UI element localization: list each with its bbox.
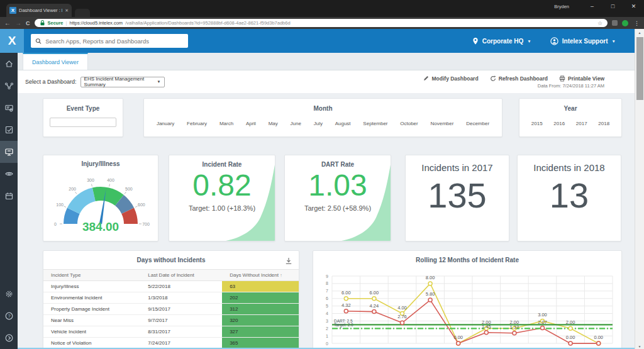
month-option[interactable]: May: [269, 121, 278, 126]
incidents-2017-title: Incidents in 2017: [406, 162, 509, 173]
location-menu[interactable]: Corporate HQ ▼: [472, 37, 531, 45]
table-row[interactable]: Environmental Incident1/3/2018202: [43, 292, 299, 304]
month-option[interactable]: August: [335, 121, 351, 126]
svg-text:6.00: 6.00: [341, 290, 351, 296]
dashboard-select[interactable]: EHS Incident Management Summary ▼: [80, 77, 165, 87]
table-row[interactable]: Property Damage Incident9/15/2017312: [43, 304, 299, 315]
back-icon[interactable]: ←: [4, 20, 11, 26]
month-option[interactable]: November: [431, 121, 454, 126]
support-menu[interactable]: Intelex Support ▼: [550, 37, 616, 45]
dashboard-monitor-icon: [4, 147, 14, 157]
days-without-incidents-title: Days without Incidents: [43, 257, 299, 263]
month-option[interactable]: March: [219, 121, 233, 126]
sidebar-item-watch[interactable]: [0, 163, 18, 185]
download-button[interactable]: [285, 256, 292, 267]
chart-title: Rolling 12 Months of Incident Rate: [319, 257, 615, 263]
col-last-date[interactable]: Last Date of Incident: [140, 270, 222, 281]
year-option[interactable]: 2018: [598, 121, 609, 126]
month-option[interactable]: September: [363, 121, 387, 126]
col-incident-type[interactable]: Incident Type: [43, 270, 140, 281]
location-pin-icon: [472, 37, 479, 45]
extension-icon[interactable]: [612, 20, 618, 26]
page-scrollbar[interactable]: ▲ ▼: [635, 29, 644, 349]
browser-profile-name[interactable]: Bryden: [554, 4, 569, 9]
year-option[interactable]: 2015: [531, 121, 543, 126]
sidebar-item-share[interactable]: [0, 75, 18, 97]
scrollbar-thumb[interactable]: [636, 37, 643, 100]
sidebar-item-calendar[interactable]: [0, 185, 18, 207]
chevron-down-icon: ▼: [527, 39, 531, 43]
incidents-2018-card: Incidents in 2018 13: [517, 155, 621, 241]
sidebar-item-reports[interactable]: [0, 97, 18, 119]
svg-text:9: 9: [326, 274, 328, 279]
new-tab-button[interactable]: [75, 9, 90, 17]
scrollbar-down-icon[interactable]: ▼: [635, 345, 644, 348]
tab-dashboard-viewer[interactable]: Dashboard Viewer: [23, 53, 88, 70]
incident-rate-card: Incident Rate 0.82 Target: 1.00 (+18.3%): [169, 155, 275, 241]
svg-text:4.00: 4.00: [397, 305, 407, 311]
search-box[interactable]: [31, 34, 188, 48]
rolling-12-months-card: Rolling 12 Months of Incident Rate 01234…: [313, 250, 622, 349]
svg-text:4.32: 4.32: [341, 302, 351, 308]
sidebar-item-dashboards[interactable]: [0, 141, 18, 163]
browser-tab[interactable]: X Dashboard Viewer : Dash ✕: [6, 4, 72, 17]
last-date-cell: 9/15/2017: [140, 304, 222, 315]
svg-text:1.37: 1.37: [510, 324, 519, 330]
gear-icon: [4, 289, 14, 299]
dashboard-canvas: Event Type Month JanuaryFebruaryMarchApr…: [18, 93, 635, 349]
forward-icon[interactable]: →: [15, 20, 21, 26]
sidebar-item-home[interactable]: [0, 53, 18, 75]
month-option[interactable]: June: [291, 121, 301, 126]
svg-text:400: 400: [107, 178, 114, 182]
year-filter-card: Year 2015201620172018: [519, 98, 622, 137]
svg-text:2: 2: [326, 326, 328, 331]
svg-text:0.00: 0.00: [453, 335, 463, 340]
month-option[interactable]: December: [466, 121, 489, 126]
reload-icon[interactable]: C: [26, 20, 30, 26]
sidebar-item-settings[interactable]: [0, 283, 18, 305]
month-option[interactable]: October: [400, 121, 418, 126]
svg-text:4: 4: [326, 311, 328, 316]
minimize-button[interactable]: –: [582, 0, 602, 13]
sidebar-item-collapse[interactable]: [0, 327, 18, 349]
browser-menu-icon[interactable]: ⋮: [634, 20, 640, 26]
year-option[interactable]: 2017: [576, 121, 587, 126]
col-days-without[interactable]: Days Without Incident ↑: [222, 270, 299, 281]
user-icon: [550, 37, 558, 45]
tab-close-icon[interactable]: ✕: [65, 8, 69, 13]
year-option[interactable]: 2016: [553, 121, 565, 126]
calendar-icon: [4, 191, 14, 201]
event-type-filter-card: Event Type: [43, 98, 123, 137]
eye-icon: [4, 169, 14, 179]
browser-toolbar: ← → C Secure | https://cloud5.intelex.co…: [0, 17, 644, 29]
url-bar[interactable]: Secure | https://cloud5.intelex.com /val…: [35, 19, 608, 27]
maximize-button[interactable]: □: [602, 0, 623, 13]
printable-view-button[interactable]: Printable View: [559, 75, 604, 82]
sidebar-item-help[interactable]: ?: [0, 305, 18, 327]
svg-text:0: 0: [54, 222, 57, 226]
table-row[interactable]: Vehicle Incident8/31/2017327: [43, 326, 299, 338]
incident-type-cell: Vehicle Incident: [43, 326, 140, 338]
table-row[interactable]: Notice of Violation7/24/2017365: [43, 338, 299, 349]
refresh-dashboard-button[interactable]: Refresh Dashboard: [490, 75, 548, 82]
scrollbar-up-icon[interactable]: ▲: [635, 29, 644, 36]
intelex-logo[interactable]: X: [0, 29, 24, 53]
bookmark-star-icon[interactable]: ☆: [597, 20, 602, 26]
table-row[interactable]: Near Miss9/7/2017320: [43, 315, 299, 326]
svg-text:200: 200: [69, 187, 76, 191]
close-button[interactable]: ✕: [623, 0, 644, 13]
sidebar-item-tasks[interactable]: [0, 119, 18, 141]
app-header: X Corporate HQ ▼ Intelex Support ▼: [0, 29, 635, 53]
month-option[interactable]: April: [246, 121, 256, 126]
days-without-incidents-card: Days without Incidents Incident Type Las…: [43, 250, 299, 349]
modify-dashboard-button[interactable]: Modify Dashboard: [423, 75, 478, 82]
checkbox-icon: [4, 125, 14, 135]
table-row[interactable]: Injury/Illness5/22/201863: [43, 281, 299, 292]
search-input[interactable]: [45, 38, 184, 45]
incident-type-cell: Injury/Illness: [43, 281, 140, 292]
month-option[interactable]: January: [157, 121, 174, 126]
extension-green-icon[interactable]: [622, 20, 628, 26]
event-type-input[interactable]: [50, 118, 116, 127]
month-option[interactable]: July: [314, 121, 323, 126]
month-option[interactable]: February: [187, 121, 207, 126]
